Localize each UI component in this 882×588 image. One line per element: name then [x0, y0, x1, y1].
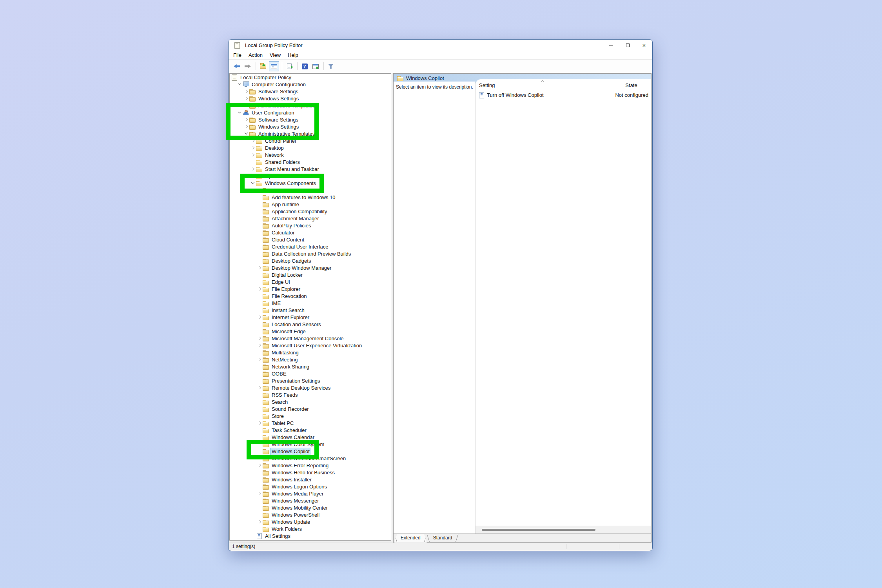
tree-item-software-settings[interactable]: Software Settings: [230, 116, 391, 123]
chevron-down-icon[interactable]: [244, 131, 249, 136]
tree-item-windows-mobility-center[interactable]: Windows Mobility Center: [230, 504, 391, 511]
column-header-state[interactable]: State: [613, 82, 650, 88]
tree-item-windows-messenger[interactable]: Windows Messenger: [230, 497, 391, 504]
tree-item-file-revocation[interactable]: File Revocation: [230, 292, 391, 299]
tree-item-computer-configuration[interactable]: Computer Configuration: [230, 81, 391, 88]
tab-extended[interactable]: Extended: [394, 534, 427, 543]
menu-item-view[interactable]: View: [270, 52, 281, 58]
close-button[interactable]: ×: [636, 40, 652, 51]
tree-item-windows-copilot[interactable]: Windows Copilot: [230, 448, 391, 455]
chevron-right-icon[interactable]: [257, 265, 263, 270]
tree-item-windows-settings[interactable]: Windows Settings: [230, 123, 391, 130]
tree-item-sound-recorder[interactable]: Sound Recorder: [230, 405, 391, 412]
chevron-right-icon[interactable]: [244, 117, 249, 122]
chevron-right-icon[interactable]: [257, 420, 263, 426]
tree-item-store[interactable]: Store: [230, 412, 391, 419]
column-header-setting[interactable]: Setting: [479, 82, 495, 88]
tree-item-windows-error-reporting[interactable]: Windows Error Reporting: [230, 462, 391, 469]
chevron-right-icon[interactable]: [257, 314, 263, 320]
tree-item-search[interactable]: Search: [230, 398, 391, 405]
chevron-right-icon[interactable]: [244, 96, 249, 101]
menu-item-action[interactable]: Action: [249, 52, 263, 58]
tree-item-attachment-manager[interactable]: Attachment Manager: [230, 215, 391, 222]
tree-item-windows-color-system[interactable]: Windows Color System: [230, 441, 391, 448]
tree-item-windows-calendar[interactable]: Windows Calendar: [230, 434, 391, 441]
tree-item-windows-media-player[interactable]: Windows Media Player: [230, 490, 391, 497]
tree-item-edge-ui[interactable]: Edge UI: [230, 278, 391, 285]
tree-item-desktop[interactable]: Desktop: [230, 144, 391, 151]
tree-item-application-compatibility[interactable]: Application Compatibility: [230, 208, 391, 215]
tree-item-credential-user-interface[interactable]: Credential User Interface: [230, 243, 391, 250]
tree-item-presentation-settings[interactable]: Presentation Settings: [230, 377, 391, 384]
tree-item-rss-feeds[interactable]: RSS Feeds: [230, 391, 391, 398]
setting-row[interactable]: Turn off Windows CopilotNot configured: [475, 91, 651, 99]
tree-item-windows-powershell[interactable]: Windows PowerShell: [230, 511, 391, 518]
tree-item-add-features-to-windows-10[interactable]: Add features to Windows 10: [230, 194, 391, 201]
back-button[interactable]: [232, 61, 242, 71]
horizontal-scrollbar[interactable]: [475, 526, 651, 534]
tree-item-windows-hello-for-business[interactable]: Windows Hello for Business: [230, 469, 391, 476]
tree-item-windows-logon-options[interactable]: Windows Logon Options: [230, 483, 391, 490]
chevron-right-icon[interactable]: [257, 357, 263, 362]
tree-item-system[interactable]: System: [230, 172, 391, 180]
tree-item-network[interactable]: Network: [230, 151, 391, 158]
chevron-down-icon[interactable]: [237, 110, 243, 115]
tree-item-ime[interactable]: IME: [230, 299, 391, 307]
chevron-right-icon[interactable]: [244, 124, 249, 129]
tree-item-desktop-gadgets[interactable]: Desktop Gadgets: [230, 257, 391, 264]
chevron-right-icon[interactable]: [257, 343, 263, 348]
chevron-right-icon[interactable]: [257, 519, 263, 524]
tab-standard[interactable]: Standard: [427, 534, 459, 543]
chevron-right-icon[interactable]: [250, 138, 256, 143]
tree-item-windows-defender-smartscreen[interactable]: Windows Defender SmartScreen: [230, 455, 391, 462]
tree-item-instant-search[interactable]: Instant Search: [230, 307, 391, 314]
tree-item-control-panel[interactable]: Control Panel: [230, 137, 391, 144]
chevron-down-icon[interactable]: [250, 180, 256, 186]
tree-item-digital-locker[interactable]: Digital Locker: [230, 271, 391, 278]
chevron-right-icon[interactable]: [244, 89, 249, 94]
tree-item-local-computer-policy[interactable]: Local Computer Policy: [230, 74, 391, 81]
tree-item-multitasking[interactable]: Multitasking: [230, 349, 391, 356]
tree-item-windows-components[interactable]: Windows Components: [230, 180, 391, 187]
tree-item-remote-desktop-services[interactable]: Remote Desktop Services: [230, 384, 391, 391]
menu-item-help[interactable]: Help: [288, 52, 298, 58]
tree-item-microsoft-user-experience-virtualization[interactable]: Microsoft User Experience Virtualization: [230, 342, 391, 349]
chevron-right-icon[interactable]: [257, 336, 263, 341]
minimize-button[interactable]: [603, 40, 619, 51]
tree-item-desktop-window-manager[interactable]: Desktop Window Manager: [230, 264, 391, 271]
help-button[interactable]: ?: [299, 61, 310, 71]
tree-item-tablet-pc[interactable]: Tablet PC: [230, 419, 391, 426]
tree-item-all-settings[interactable]: All Settings: [230, 532, 391, 539]
tree-item-oobe[interactable]: OOBE: [230, 370, 391, 377]
export-list-button[interactable]: [284, 61, 294, 71]
tree-item-administrative-templates[interactable]: Administrative Templates: [230, 102, 391, 109]
chevron-right-icon[interactable]: [250, 145, 256, 151]
tree-item-network-sharing[interactable]: Network Sharing: [230, 363, 391, 370]
scrollbar-thumb[interactable]: [482, 529, 595, 531]
forward-button[interactable]: [243, 61, 253, 71]
tree-item-file-explorer[interactable]: File Explorer: [230, 285, 391, 292]
tree-item-internet-explorer[interactable]: Internet Explorer: [230, 314, 391, 321]
tree-item-task-scheduler[interactable]: Task Scheduler: [230, 426, 391, 434]
chevron-right-icon[interactable]: [257, 286, 263, 292]
tree-item-hidden[interactable]: [230, 187, 391, 194]
chevron-right-icon[interactable]: [250, 166, 256, 172]
tree-item-administrative-templates[interactable]: Administrative Templates: [230, 130, 391, 137]
tree-item-data-collection-and-preview-builds[interactable]: Data Collection and Preview Builds: [230, 250, 391, 257]
tree-item-location-and-sensors[interactable]: Location and Sensors: [230, 321, 391, 328]
tree-item-autoplay-policies[interactable]: AutoPlay Policies: [230, 222, 391, 229]
tree-item-app-runtime[interactable]: App runtime: [230, 201, 391, 208]
tree-item-work-folders[interactable]: Work Folders: [230, 525, 391, 532]
tree-item-start-menu-and-taskbar[interactable]: Start Menu and Taskbar: [230, 165, 391, 172]
menu-item-file[interactable]: File: [233, 52, 241, 58]
maximize-button[interactable]: [619, 40, 636, 51]
tree-item-netmeeting[interactable]: NetMeeting: [230, 356, 391, 363]
chevron-right-icon[interactable]: [257, 491, 263, 496]
tree-item-calculator[interactable]: Calculator: [230, 229, 391, 236]
tree-item-software-settings[interactable]: Software Settings: [230, 88, 391, 95]
tree-item-microsoft-edge[interactable]: Microsoft Edge: [230, 328, 391, 335]
filter-button[interactable]: [326, 61, 336, 71]
show-console-tree-button[interactable]: [269, 61, 279, 71]
tree-item-user-configuration[interactable]: User Configuration: [230, 109, 391, 116]
show-action-pane-button[interactable]: [310, 61, 321, 71]
